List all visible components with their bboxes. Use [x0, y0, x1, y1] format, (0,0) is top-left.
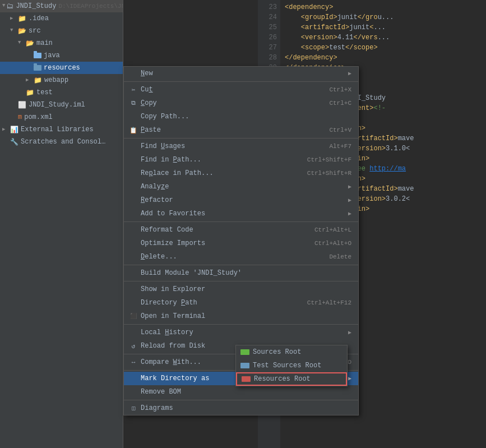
line-num: 28: [258, 53, 277, 63]
menu-separator: [124, 281, 358, 281]
tree-item-scratches[interactable]: 🔧 Scratches and Consol…: [0, 136, 123, 148]
submenu-item-sources-root[interactable]: Sources Root: [236, 345, 347, 359]
menu-label-dir-path: Directory Path: [141, 299, 296, 307]
menu-item-terminal[interactable]: ⬛ Open in Terminal: [124, 310, 358, 323]
menu-item-add-favorites[interactable]: Add to Favorites ▶: [124, 207, 358, 220]
sources-root-icon: [240, 349, 249, 355]
menu-item-paste[interactable]: 📋 Paste Ctrl+V: [124, 123, 358, 137]
tree-item-pom[interactable]: m pom.xml: [0, 111, 123, 123]
submenu-arrow: ▶: [348, 329, 351, 336]
folder-resources-icon: [34, 65, 41, 71]
menu-item-show-explorer[interactable]: Show in Explorer: [124, 283, 358, 296]
menu-item-reformat[interactable]: Reformat Code Ctrl+Alt+L: [124, 223, 358, 237]
webapp-label: webapp: [44, 76, 68, 84]
menu-label-show-explorer: Show in Explorer: [141, 285, 351, 293]
menu-item-cut[interactable]: ✂ Cut Ctrl+X: [124, 83, 358, 96]
tree-arrow: [10, 15, 17, 22]
ext-libs-icon: 📊: [10, 126, 18, 134]
project-path: D:\IDEAProjects\JNDI_Study: [58, 3, 123, 10]
folder-java-icon: [34, 53, 41, 58]
main-label: main: [36, 39, 53, 47]
menu-item-local-history[interactable]: Local History ▶: [124, 326, 358, 339]
shortcut-cut: Ctrl+X: [329, 86, 351, 93]
tree-arrow: [10, 27, 17, 34]
tree-arrow: [2, 138, 9, 145]
menu-label-find-usages: Find Usages: [141, 142, 318, 150]
resources-root-label: Resources Root: [254, 375, 311, 383]
tree-item-test[interactable]: 📁 test: [0, 86, 123, 99]
menu-label-copy: Copy: [141, 99, 318, 107]
src-label: src: [29, 27, 41, 35]
shortcut-replace: Ctrl+Shift+R: [307, 170, 351, 177]
code-line: <groupId>junit</grou...: [285, 12, 486, 22]
tree-arrow: [18, 40, 25, 47]
tree-item-src[interactable]: 📂 src: [0, 25, 123, 37]
submenu-item-resources-root[interactable]: Resources Root: [236, 372, 347, 386]
tree-item-iml[interactable]: ⬜ JNDI_Study.iml: [0, 99, 123, 111]
menu-item-copy-path[interactable]: Copy Path...: [124, 110, 358, 123]
menu-item-replace-in-path[interactable]: Replace in Path... Ctrl+Shift+R: [124, 167, 358, 180]
menu-label-build: Build Module 'JNDI_Study': [141, 269, 351, 277]
line-num: 26: [258, 33, 277, 43]
shortcut-dir-path: Ctrl+Alt+F12: [307, 299, 351, 306]
tree-item-idea[interactable]: 📁 .idea: [0, 12, 123, 25]
menu-separator: [124, 400, 358, 400]
tree-item-resources[interactable]: resources: [0, 62, 123, 74]
menu-label-paste: Paste: [141, 126, 318, 134]
menu-item-optimize-imports[interactable]: Optimize Imports Ctrl+Alt+O: [124, 237, 358, 250]
tree-item-project[interactable]: 🗂 JNDI_Study D:\IDEAProjects\JNDI_Study: [0, 0, 123, 12]
tree-item-ext-libs[interactable]: 📊 External Libraries: [0, 123, 123, 136]
shortcut-reformat: Ctrl+Alt+L: [314, 227, 351, 233]
menu-item-dir-path[interactable]: Directory Path Ctrl+Alt+F12: [124, 296, 358, 310]
tree-item-webapp[interactable]: 📁 webapp: [0, 74, 123, 86]
menu-label-new: New: [141, 70, 346, 77]
copy-icon: ⧉: [128, 98, 138, 108]
menu-item-diagrams[interactable]: ◫ Diagrams: [124, 401, 358, 415]
line-num: 23: [258, 2, 277, 12]
test-label: test: [36, 89, 53, 96]
menu-label-delete: Delete...: [141, 253, 318, 261]
copy-path-icon: [128, 112, 138, 122]
menu-item-copy[interactable]: ⧉ Copy Ctrl+C: [124, 96, 358, 110]
folder-icon: 📁: [34, 76, 42, 85]
line-num: 25: [258, 22, 277, 33]
shortcut-paste: Ctrl+V: [329, 127, 351, 133]
optimize-icon: [128, 238, 138, 248]
submenu-item-test-sources-root[interactable]: Test Sources Root: [236, 359, 347, 372]
pom-label: pom.xml: [24, 113, 52, 121]
remove-bom-icon: [128, 387, 138, 397]
code-line: <version>4.11</vers...: [285, 33, 486, 43]
tree-item-java[interactable]: java: [0, 49, 123, 62]
submenu-arrow: ▶: [348, 210, 351, 217]
mark-directory-submenu: Sources Root Test Sources Root Resources…: [235, 345, 348, 386]
menu-item-new[interactable]: New ▶: [124, 67, 358, 80]
menu-item-build[interactable]: Build Module 'JNDI_Study': [124, 266, 358, 280]
tree-item-main[interactable]: 📂 main: [0, 37, 123, 49]
menu-label-optimize: Optimize Imports: [141, 239, 303, 247]
build-icon: [128, 268, 138, 278]
menu-label-reformat: Reformat Code: [141, 226, 303, 234]
xml-icon: m: [18, 113, 22, 121]
shortcut-find-usages: Alt+F7: [329, 143, 351, 150]
dir-path-icon: [128, 298, 138, 308]
iml-icon: ⬜: [18, 101, 26, 109]
menu-label-add-favorites: Add to Favorites: [141, 210, 346, 218]
submenu-arrow: ▶: [348, 197, 351, 204]
menu-label-cut: Cut: [141, 86, 318, 94]
menu-item-delete[interactable]: Delete... Delete: [124, 250, 358, 264]
new-icon: [128, 68, 138, 78]
menu-item-refactor[interactable]: Refactor ▶: [124, 193, 358, 207]
tree-arrow: [26, 64, 33, 71]
menu-item-find-usages[interactable]: Find Usages Alt+F7: [124, 140, 358, 153]
code-line: <artifactId>junit<...: [285, 22, 486, 33]
menu-item-find-in-path[interactable]: Find in Path... Ctrl+Shift+F: [124, 153, 358, 167]
folder-icon: 📂: [26, 39, 34, 48]
resources-label: resources: [44, 64, 80, 72]
folder-icon: 📂: [18, 27, 26, 35]
menu-separator: [124, 265, 358, 265]
menu-item-remove-bom[interactable]: Remove BOM: [124, 385, 358, 399]
tree-arrow: [26, 52, 33, 59]
file-tree: 🗂 JNDI_Study D:\IDEAProjects\JNDI_Study …: [0, 0, 123, 448]
menu-item-analyze[interactable]: Analyze ▶: [124, 180, 358, 193]
paste-icon: 📋: [128, 125, 138, 135]
